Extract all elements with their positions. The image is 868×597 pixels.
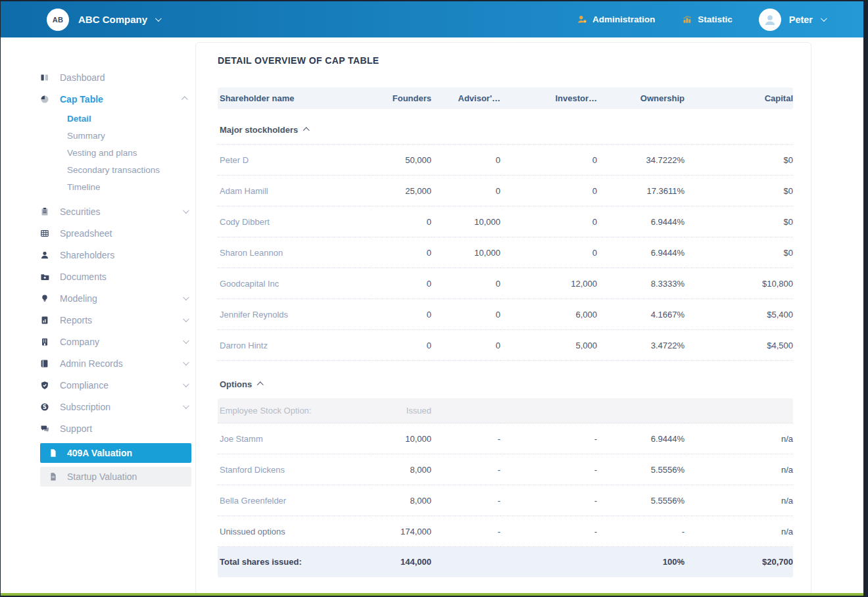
chevron-down-icon [183, 359, 189, 366]
advisor-value: - [431, 485, 500, 516]
ownership-value: 6.9444% [597, 237, 685, 268]
column-header-shareholder-name[interactable]: Shareholder name [218, 87, 369, 109]
investor-value: 5,000 [500, 330, 597, 361]
section-label: Major stockholders [220, 125, 298, 135]
founders-value: 0 [369, 330, 431, 361]
dollar-circle-icon [40, 402, 50, 412]
sidebar-item-summary[interactable]: Summary [40, 127, 191, 144]
advisor-value: - [431, 454, 500, 485]
sidebar-item-cap-table[interactable]: Cap Table [40, 88, 191, 110]
sidebar-item-label: Company [60, 337, 183, 347]
table-row: Sharon Leannon 0 10,000 0 6.9444% $0 [218, 237, 793, 268]
sidebar-item-shareholders[interactable]: Shareholders [40, 244, 191, 266]
sidebar-item-vesting-and-plans[interactable]: Vesting and plans [40, 144, 191, 161]
administration-button[interactable]: Administration [577, 14, 655, 24]
chevron-down-icon [183, 207, 189, 214]
capital-value: $0 [685, 206, 793, 237]
sidebar-item-label: Timeline [67, 182, 101, 192]
column-header-founders[interactable]: Founders [369, 87, 431, 109]
founders-value: 0 [369, 237, 431, 268]
sidebar-item-label: Dashboard [60, 72, 191, 83]
column-header-capital[interactable]: Capital [685, 87, 793, 109]
sidebar-item-spreadsheet[interactable]: Spreadsheet [40, 222, 191, 244]
chevron-down-icon [155, 15, 162, 22]
ownership-value: 6.9444% [597, 423, 685, 454]
table-row: Stanford Dickens 8,000 - - 5.5556% n/a [218, 454, 793, 485]
sidebar-item-documents[interactable]: Documents [40, 266, 191, 287]
eso-issued-label: Issued [369, 398, 431, 423]
total-capital: $20,700 [685, 547, 793, 577]
sidebar-item-company[interactable]: Company [40, 331, 191, 352]
sidebar-item-startup-valuation[interactable]: Startup Valuation [40, 467, 191, 487]
company-switcher[interactable]: AB ABC Company [47, 9, 160, 31]
sidebar-item-timeline[interactable]: Timeline [40, 178, 191, 195]
table-row: Darron Hintz 0 0 5,000 3.4722% $4,500 [218, 330, 793, 361]
table-row: Cody Dibbert 0 10,000 0 6.9444% $0 [218, 206, 793, 237]
ownership-value: 8.3333% [597, 268, 685, 299]
shareholder-name-link[interactable]: Cody Dibbert [218, 206, 369, 237]
table-row: Jennifer Reynolds 0 0 6,000 4.1667% $5,4… [218, 299, 793, 330]
company-name: ABC Company [78, 14, 147, 25]
chevron-down-icon [183, 381, 189, 387]
file-icon [49, 472, 59, 481]
advisor-value: - [431, 516, 500, 547]
statistic-label: Statistic [698, 14, 733, 24]
shareholder-name-link[interactable]: Adam Hamill [218, 176, 369, 206]
table-row: Peter D 50,000 0 0 34.7222% $0 [218, 145, 793, 176]
shareholder-name-link[interactable]: Goodcapital Inc [218, 268, 369, 299]
chevron-up-icon [303, 127, 310, 133]
total-investor [500, 547, 597, 577]
sidebar-item-label: Cap Table [60, 94, 183, 105]
capital-value: $0 [685, 145, 793, 176]
shareholder-name-link[interactable]: Joe Stamm [218, 423, 369, 454]
shareholder-name-link[interactable]: Bella Greenfelder [218, 485, 369, 516]
sidebar: Dashboard Cap Table Detail Summary Vesti… [1, 37, 195, 593]
table-row: Goodcapital Inc 0 0 12,000 8.3333% $10,8… [218, 268, 793, 299]
sidebar-item-dashboard[interactable]: Dashboard [40, 66, 191, 88]
capital-value: $5,400 [685, 299, 793, 330]
founders-value: 25,000 [369, 176, 431, 206]
sidebar-item-compliance[interactable]: Compliance [40, 374, 191, 396]
investor-value: 0 [500, 145, 597, 176]
report-icon [40, 316, 50, 325]
major-stockholders-toggle[interactable]: Major stockholders [220, 125, 793, 135]
options-toggle[interactable]: Options [220, 379, 793, 389]
ownership-value: 4.1667% [597, 299, 685, 330]
investor-value: - [500, 485, 597, 516]
sidebar-item-subscription[interactable]: Subscription [40, 396, 191, 418]
sidebar-item-secondary-transactions[interactable]: Secondary transactions [40, 161, 191, 178]
chevron-down-icon [821, 15, 827, 22]
sidebar-item-securities[interactable]: Securities [40, 201, 191, 222]
shield-icon [40, 381, 50, 390]
total-label: Total shares issued: [218, 547, 369, 577]
user-menu[interactable]: Peter [759, 9, 825, 31]
statistic-button[interactable]: Statistic [683, 14, 733, 24]
advisor-value: 0 [431, 330, 500, 361]
chevron-up-icon [257, 381, 264, 388]
sidebar-item-admin-records[interactable]: Admin Records [40, 352, 191, 374]
column-header-ownership[interactable]: Ownership [597, 87, 685, 109]
shareholder-name-link[interactable]: Peter D [218, 145, 369, 176]
sidebar-item-reports[interactable]: Reports [40, 309, 191, 331]
founders-value: 8,000 [369, 454, 431, 485]
pie-chart-icon [40, 95, 50, 104]
column-header-investor[interactable]: Investor… [500, 87, 597, 109]
shareholder-name-link[interactable]: Stanford Dickens [218, 454, 369, 485]
sidebar-item-detail[interactable]: Detail [40, 110, 191, 127]
shareholder-name-link[interactable]: Sharon Leannon [218, 237, 369, 268]
sidebar-item-409a-valuation[interactable]: 409A Valuation [40, 443, 191, 463]
sidebar-item-modeling[interactable]: Modeling [40, 287, 191, 309]
chevron-down-icon [183, 316, 189, 322]
table-row: Unissued options 174,000 - - - n/a [218, 516, 793, 547]
sidebar-item-support[interactable]: Support [40, 418, 191, 439]
shareholder-name-link[interactable]: Darron Hintz [218, 330, 369, 361]
sidebar-item-label: Vesting and plans [67, 148, 137, 158]
shareholder-name-link[interactable]: Jennifer Reynolds [218, 299, 369, 330]
investor-value: - [500, 423, 597, 454]
user-avatar [759, 9, 781, 31]
column-header-advisor[interactable]: Advisor'… [431, 87, 500, 109]
company-initials: AB [53, 16, 64, 24]
sidebar-item-label: 409A Valuation [67, 448, 185, 458]
sidebar-item-label: Subscription [60, 402, 183, 412]
advisor-value: 0 [431, 145, 500, 176]
